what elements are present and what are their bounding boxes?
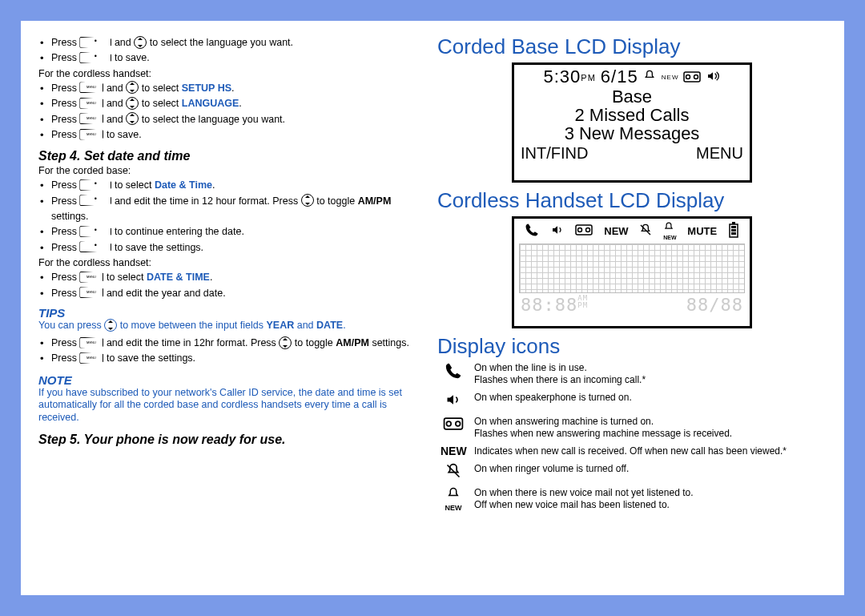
instruction-list-top: Press and to select the language you wan… (38, 35, 416, 66)
subheading: For the corded base: (38, 165, 416, 176)
step-heading: Step 4. Set date and time (38, 149, 416, 163)
cordless-lcd-display: NEW NEW MUTE 88:88AMPM 88/88 (512, 216, 752, 328)
text: Press (51, 272, 77, 283)
svg-rect-10 (731, 229, 736, 232)
svg-point-2 (694, 74, 698, 79)
keyword: Date & Time (155, 179, 212, 191)
blank-button-icon (79, 37, 111, 48)
tape-icon (575, 224, 593, 238)
instruction-list-handset: Press and to select SETUP HS. Press and … (38, 81, 416, 143)
text: . (239, 98, 241, 109)
icon-description-row: NEW On when there is new voice mail not … (437, 487, 827, 512)
menu-button-icon (79, 272, 103, 283)
lcd-dot-matrix (519, 244, 745, 293)
text: You can press (38, 320, 104, 331)
icon-description: On when ringer volume is turned off. (474, 463, 629, 476)
list-item: Press to select Date & Time. (51, 178, 416, 193)
keyword: AM/PM (358, 195, 392, 207)
note-body: If you have subscribed to your network's… (38, 387, 416, 425)
battery-icon (728, 222, 739, 240)
speaker-icon (706, 66, 720, 87)
section-heading: Display icons (437, 335, 827, 359)
up-down-button-icon (126, 112, 139, 125)
up-down-button-icon (301, 194, 314, 207)
section-heading: Corded Base LCD Display (437, 35, 827, 59)
svg-rect-11 (731, 232, 736, 235)
text: to save. (107, 129, 142, 140)
svg-rect-8 (732, 222, 735, 224)
icon-description-row: On when the line is in use. Flashes when… (437, 362, 827, 387)
svg-point-5 (586, 227, 590, 232)
list-item: Press and to select the language you wan… (51, 112, 416, 127)
list-item: Press and edit the time in 12 hour forma… (51, 194, 416, 225)
up-down-button-icon (104, 319, 117, 332)
bell-new-icon: NEW (441, 487, 466, 512)
bell-new-icon: NEW (663, 222, 676, 240)
lcd-line: Base (514, 87, 750, 106)
text: Press (51, 195, 77, 207)
lcd-pm: PM (577, 301, 588, 309)
text: . (212, 179, 215, 191)
list-item: Press and to select LANGUAGE. (51, 96, 416, 111)
text: and (115, 37, 131, 48)
text: to select (142, 83, 182, 94)
text: to save the settings. (107, 352, 195, 364)
tape-icon (441, 416, 466, 433)
right-column: Corded Base LCD Display 5:30PM 6/15 NEW … (432, 35, 827, 581)
text: to select the language you want. (142, 114, 285, 125)
icon-description-row: NEW Indicates when new call is received.… (437, 445, 827, 458)
list-item: Press and edit the year and date. (51, 286, 416, 301)
lcd-mute-label: MUTE (687, 225, 717, 237)
list-item: Press and to select SETUP HS. (51, 81, 416, 96)
section-heading: Cordless Handset LCD Display (437, 189, 827, 213)
text: Press (51, 226, 77, 237)
text: to select (142, 98, 182, 109)
icon-description-row: On when speakerphone is turned on. (437, 392, 827, 411)
svg-point-13 (446, 421, 451, 426)
up-down-button-icon (126, 97, 139, 110)
lcd-softkey-right: MENU (696, 144, 743, 163)
text: and (107, 83, 123, 94)
instruction-list-tips: Press and edit the time in 12hr format. … (38, 336, 416, 367)
icon-description: Indicates when new call is received. Off… (474, 445, 787, 458)
text: Press (51, 129, 77, 140)
display-icons-list: On when the line is in use. Flashes when… (437, 362, 827, 512)
lcd-softkey-row: INT/FIND MENU (514, 144, 750, 163)
text: . (231, 83, 234, 94)
text: Press (51, 98, 77, 109)
menu-button-icon (79, 113, 103, 124)
up-down-button-icon (126, 81, 139, 94)
handset-icon (441, 362, 466, 383)
text: Press (51, 352, 77, 364)
svg-point-4 (578, 227, 582, 232)
text: to toggle (295, 337, 336, 348)
list-item: Press and to select the language you wan… (51, 35, 416, 50)
text: Press (51, 83, 77, 94)
list-item: Press and edit the time in 12hr format. … (51, 336, 416, 351)
keyword: DATE (316, 320, 343, 331)
keyword: AM/PM (336, 337, 369, 348)
handset-icon (525, 223, 539, 240)
lcd-softkey-left: INT/FIND (521, 144, 588, 163)
text: settings. (369, 337, 409, 348)
list-item: Press to save. (51, 50, 416, 66)
note-heading: NOTE (38, 373, 416, 387)
svg-point-1 (686, 74, 690, 79)
icon-description-row: On when ringer volume is turned off. (437, 463, 827, 482)
text: to continue entering the date. (115, 226, 244, 237)
text: settings. (51, 211, 89, 222)
text: Press (51, 179, 77, 191)
menu-button-icon (79, 98, 103, 109)
lcd-line: 2 Missed Calls (514, 106, 750, 124)
text: Press (51, 242, 77, 253)
lcd-status-row: 5:30PM 6/15 NEW (514, 65, 750, 87)
text: and edit the time in 12hr format. Press (107, 337, 276, 348)
lcd-new-label: NEW (662, 74, 679, 81)
speaker-icon (550, 223, 565, 239)
lcd-seg-time: 88:88 (521, 295, 577, 315)
icon-description: On when answering machine is turned on. … (474, 416, 732, 441)
icon-description: On when speakerphone is turned on. (474, 392, 632, 405)
text: to save. (115, 52, 150, 63)
icon-sub-label: NEW (441, 505, 466, 512)
instruction-list-corded: Press to select Date & Time. Press and e… (38, 178, 416, 256)
